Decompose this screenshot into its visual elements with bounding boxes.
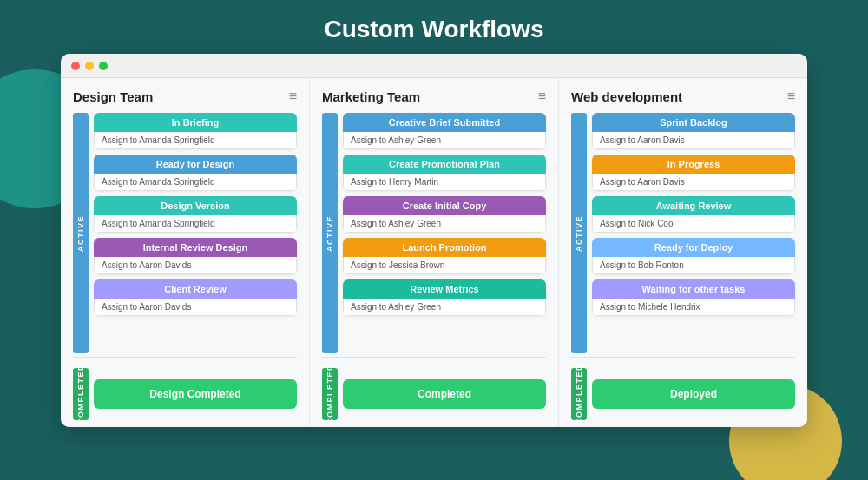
task-assign-t9: Assign to Jessica Brown [343,257,546,274]
column-title-design-team: Design Team [73,89,153,104]
completed-section-web-development: COMPLETEDDeployed [571,361,795,427]
task-assign-t11: Assign to Aaron Davis [592,132,795,149]
task-assign-t3: Assign to Amanda Springfield [94,215,297,233]
task-header-t4: Internal Review Design [94,238,297,257]
section-divider-web-development [571,357,795,358]
browser-bar [61,54,807,78]
task-assign-t10: Assign to Ashley Green [343,299,546,316]
column-title-web-development: Web development [571,89,682,104]
tasks-list-marketing-team: Creative Brief SubmittedAssign to Ashley… [343,113,546,353]
task-assign-t13: Assign to Nick Cool [592,215,795,233]
dot-green [99,62,108,70]
task-assign-t8: Assign to Ashley Green [343,215,546,233]
column-menu-icon-design-team[interactable]: ≡ [289,89,297,104]
task-card-t10[interactable]: Review MetricsAssign to Ashley Green [343,279,546,316]
task-header-t13: Awaiting Review [592,196,795,215]
task-header-t12: In Progress [592,155,795,174]
task-header-t10: Review Metrics [343,279,546,299]
column-header-marketing-team: Marketing Team≡ [322,89,546,104]
task-card-t14[interactable]: Ready for DeployAssign to Bob Ronton [592,238,795,274]
task-card-t15[interactable]: Waiting for other tasksAssign to Michele… [592,279,795,316]
completed-card-web-development[interactable]: Deployed [592,379,795,409]
active-label-web-development: ACTIVE [571,113,587,353]
completed-card-design-team[interactable]: Design Completed [94,379,297,409]
board-content: Design Team≡ACTIVEIn BriefingAssign to A… [61,78,807,427]
active-label-design-team: ACTIVE [73,113,89,353]
task-card-t12[interactable]: In ProgressAssign to Aaron Davis [592,155,795,191]
column-header-design-team: Design Team≡ [73,89,297,104]
task-header-t15: Waiting for other tasks [592,279,795,299]
completed-section-marketing-team: COMPLETEDCompleted [322,361,546,427]
task-assign-t4: Assign to Aaron Davids [94,257,297,274]
task-assign-t1: Assign to Amanda Springfield [94,132,297,149]
task-header-t9: Launch Promotion [343,238,546,257]
task-header-t1: In Briefing [94,113,297,132]
task-assign-t6: Assign to Ashley Green [343,132,546,149]
dot-red [71,62,80,70]
column-menu-icon-web-development[interactable]: ≡ [787,89,795,104]
task-card-t11[interactable]: Sprint BacklogAssign to Aaron Davis [592,113,795,149]
completed-card-marketing-team[interactable]: Completed [343,379,546,409]
section-divider-design-team [73,357,297,358]
task-card-t7[interactable]: Create Promotional PlanAssign to Henry M… [343,155,546,191]
task-card-t5[interactable]: Client ReviewAssign to Aaron Davids [94,279,297,316]
page-title: Custom Workflows [0,0,868,54]
dot-yellow [85,62,94,70]
task-header-t6: Creative Brief Submitted [343,113,546,132]
active-label-marketing-team: ACTIVE [322,113,338,353]
completed-section-design-team: COMPLETEDDesign Completed [73,361,297,427]
task-header-t8: Create Initial Copy [343,196,546,215]
task-assign-t14: Assign to Bob Ronton [592,257,795,274]
active-section-marketing-team: ACTIVECreative Brief SubmittedAssign to … [322,113,546,353]
task-header-t3: Design Version [94,196,297,215]
task-assign-t5: Assign to Aaron Davids [94,299,297,316]
task-card-t9[interactable]: Launch PromotionAssign to Jessica Brown [343,238,546,274]
completed-label-design-team: COMPLETED [73,368,89,420]
task-header-t14: Ready for Deploy [592,238,795,257]
completed-label-web-development: COMPLETED [571,368,587,420]
task-assign-t2: Assign to Amanda Springfield [94,174,297,191]
task-header-t2: Ready for Design [94,155,297,174]
column-design-team: Design Team≡ACTIVEIn BriefingAssign to A… [61,78,310,427]
active-section-design-team: ACTIVEIn BriefingAssign to Amanda Spring… [73,113,297,353]
tasks-list-design-team: In BriefingAssign to Amanda SpringfieldR… [94,113,297,353]
column-title-marketing-team: Marketing Team [322,89,420,104]
completed-label-marketing-team: COMPLETED [322,368,338,420]
task-header-t11: Sprint Backlog [592,113,795,132]
task-card-t8[interactable]: Create Initial CopyAssign to Ashley Gree… [343,196,546,233]
task-card-t3[interactable]: Design VersionAssign to Amanda Springfie… [94,196,297,233]
column-menu-icon-marketing-team[interactable]: ≡ [538,89,546,104]
browser-window: Design Team≡ACTIVEIn BriefingAssign to A… [61,54,807,427]
section-divider-marketing-team [322,357,546,358]
task-assign-t15: Assign to Michele Hendrix [592,299,795,316]
column-web-development: Web development≡ACTIVESprint BacklogAssi… [559,78,807,427]
task-header-t7: Create Promotional Plan [343,155,546,174]
task-card-t4[interactable]: Internal Review DesignAssign to Aaron Da… [94,238,297,274]
column-header-web-development: Web development≡ [571,89,795,104]
active-section-web-development: ACTIVESprint BacklogAssign to Aaron Davi… [571,113,795,353]
tasks-list-web-development: Sprint BacklogAssign to Aaron DavisIn Pr… [592,113,795,353]
task-card-t13[interactable]: Awaiting ReviewAssign to Nick Cool [592,196,795,233]
task-card-t6[interactable]: Creative Brief SubmittedAssign to Ashley… [343,113,546,149]
task-card-t1[interactable]: In BriefingAssign to Amanda Springfield [94,113,297,149]
task-assign-t7: Assign to Henry Martin [343,174,546,191]
task-header-t5: Client Review [94,279,297,299]
column-marketing-team: Marketing Team≡ACTIVECreative Brief Subm… [310,78,559,427]
task-card-t2[interactable]: Ready for DesignAssign to Amanda Springf… [94,155,297,191]
task-assign-t12: Assign to Aaron Davis [592,174,795,191]
